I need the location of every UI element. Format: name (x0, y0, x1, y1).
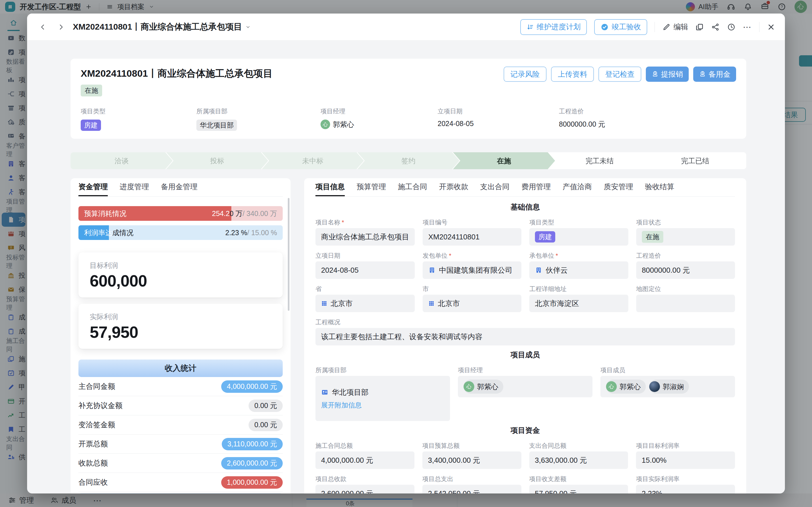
field-project-name[interactable]: 商业综合体施工总承包项目 (315, 228, 415, 245)
left-tabs: 资金管理 进度管理 备用金管理 (78, 178, 283, 196)
income-statistics-button[interactable]: 收入统计 (78, 359, 283, 377)
money-icon (699, 70, 706, 78)
prev-record-button[interactable] (37, 21, 49, 33)
amount-pill: 3,110,000.00 元 (222, 438, 283, 450)
section-funds: 项目资金 (315, 425, 735, 436)
step-negotiation[interactable]: 洽谈 (70, 152, 173, 169)
income-row: 主合同金额4,000,000.00 元 (78, 377, 283, 396)
tab-expense-contract[interactable]: 支出合同 (480, 178, 509, 196)
field-project-manager[interactable]: 心郭紫心 (458, 376, 593, 397)
member-chip: 郭淑娴 (649, 380, 689, 394)
tab-acceptance-settlement[interactable]: 验收结算 (645, 178, 674, 196)
member-photo-avatar (649, 381, 660, 392)
field-balance[interactable]: 57,950.00 元 (529, 485, 628, 494)
step-finished-unsettled[interactable]: 完工未结 (548, 152, 651, 169)
tab-cost-management[interactable]: 费用管理 (522, 178, 551, 196)
project-meta: 项目类型房建 所属项目部华北项目部 项目经理心郭紫心 立项日期2024-08-0… (81, 107, 736, 131)
field-project-code[interactable]: XM2024110801 (423, 228, 522, 245)
share-icon[interactable] (711, 23, 720, 31)
grid-icon (428, 300, 434, 306)
expense-statistics-button-cut[interactable] (78, 493, 283, 494)
tab-project-info[interactable]: 项目信息 (315, 178, 345, 196)
income-row: 合同应收1,000,000.00 元 (78, 473, 283, 492)
chevron-down-icon[interactable] (246, 24, 251, 30)
amount-pill: 2,600,000.00 元 (221, 457, 283, 469)
amount-pill: 0.00 元 (249, 400, 283, 412)
field-map-location[interactable] (636, 295, 735, 312)
actual-profit-value: 57,950 (90, 323, 271, 341)
field-client-unit[interactable]: 中国建筑集团有限公司 (423, 262, 522, 279)
field-actual-profit-rate[interactable]: 2.23% (636, 485, 735, 494)
actual-profit-card: 实际利润 57,950 (78, 304, 283, 349)
department-badge: 华北项目部 (196, 120, 237, 131)
submit-expense-button[interactable]: 提报销 (646, 66, 689, 82)
status-badge: 在施 (81, 84, 102, 97)
copy-icon[interactable] (696, 23, 704, 31)
budget-consumption-bar: 预算消耗情况254.20 万 / 340.00 万 (78, 206, 283, 221)
income-row: 开票总额3,110,000.00 元 (78, 435, 283, 454)
member-avatar: 心 (606, 381, 617, 392)
tab-output-negotiation[interactable]: 产值洽商 (562, 178, 592, 196)
left-panel-scrollbar[interactable] (288, 198, 289, 311)
income-row: 变洽签金额0.00 元 (78, 415, 283, 435)
field-department[interactable]: 华北项目部 展开附加信息 (315, 376, 450, 421)
expand-extra-info-link[interactable]: 展开附加信息 (321, 401, 362, 410)
field-project-status[interactable]: 在施 (636, 228, 735, 245)
maintain-schedule-button[interactable]: 维护进度计划 (520, 19, 587, 35)
field-project-type[interactable]: 房建 (529, 228, 628, 245)
field-contractor-unit[interactable]: 伙伴云 (529, 262, 628, 279)
field-budget-total[interactable]: 3,400,000.00 元 (422, 451, 522, 469)
project-summary-card: XM2024110801丨商业综合体施工总承包项目 在施 记录风险 上传资料 登… (70, 59, 746, 139)
upload-docs-button[interactable]: 上传资料 (551, 66, 594, 82)
funds-panel: 资金管理 进度管理 备用金管理 预算消耗情况254.20 万 / 340.00 … (70, 178, 290, 494)
field-city[interactable]: 北京市 (423, 295, 522, 312)
amount-pill: 1,000,000.00 元 (221, 476, 283, 489)
step-signed[interactable]: 签约 (358, 152, 459, 169)
step-not-won[interactable]: 未中标 (262, 152, 364, 169)
amount-pill: 4,000,000.00 元 (221, 380, 283, 393)
field-target-profit-rate[interactable]: 15.00% (636, 451, 735, 469)
step-in-construction[interactable]: 在施 (453, 152, 555, 169)
target-profit-card: 目标利润 600,000 (78, 252, 283, 297)
reserve-fund-button[interactable]: 备用金 (693, 66, 736, 82)
field-contract-total[interactable]: 4,000,000.00 元 (315, 451, 415, 469)
field-project-members[interactable]: 心郭紫心 郭淑娴 (600, 376, 735, 397)
next-record-button[interactable] (55, 21, 67, 33)
section-basic-info: 基础信息 (315, 202, 735, 212)
step-finished-settled[interactable]: 完工已结 (644, 152, 746, 169)
field-province[interactable]: 北京市 (315, 295, 415, 312)
manager-avatar: 心 (321, 120, 330, 129)
profit-rate-bar: 利润率达成情况2.23 % / 15.00 % (78, 225, 283, 240)
field-address[interactable]: 北京市海淀区 (529, 295, 628, 312)
tab-budget[interactable]: 预算管理 (357, 178, 386, 196)
field-start-date[interactable]: 2024-08-05 (315, 262, 415, 279)
field-project-cost[interactable]: 8000000.00 元 (636, 262, 735, 279)
tab-quality-safety[interactable]: 质安管理 (604, 178, 633, 196)
tab-funds[interactable]: 资金管理 (78, 178, 108, 196)
card-actions: 记录风险 上传资料 登记检查 提报销 备用金 (504, 66, 736, 82)
history-clock-icon[interactable] (727, 23, 736, 31)
tab-reserve[interactable]: 备用金管理 (161, 178, 198, 196)
edit-button[interactable]: 编辑 (662, 22, 688, 32)
project-info-panel: 项目信息 预算管理 施工合同 开票收款 支出合同 费用管理 产值洽商 质安管理 … (304, 178, 746, 494)
member-chip: 心郭紫心 (606, 380, 646, 394)
tab-construction-contract[interactable]: 施工合同 (398, 178, 427, 196)
more-actions-icon[interactable]: ⋯ (743, 22, 752, 32)
project-type-badge: 房建 (81, 120, 101, 131)
field-total-paid[interactable]: 2,542,050.00 元 (422, 485, 522, 494)
step-bidding[interactable]: 投标 (166, 152, 268, 169)
field-expense-contract-total[interactable]: 3,630,000.00 元 (529, 451, 628, 469)
seal-check-icon (600, 23, 609, 31)
tab-progress[interactable]: 进度管理 (120, 178, 149, 196)
close-icon[interactable] (767, 23, 775, 31)
field-total-received[interactable]: 2,600,000.00 元 (315, 485, 415, 494)
completion-acceptance-button[interactable]: 竣工验收 (594, 19, 647, 35)
section-members: 项目成员 (315, 349, 735, 360)
tab-invoicing[interactable]: 开票收款 (439, 178, 468, 196)
field-project-overview[interactable]: 该工程主要包括土建工程、设备安装和调试等内容 (315, 328, 735, 345)
register-inspection-button[interactable]: 登记检查 (598, 66, 641, 82)
record-risk-button[interactable]: 记录风险 (504, 66, 546, 82)
income-row: 收款总额2,600,000.00 元 (78, 454, 283, 473)
building-icon (535, 267, 542, 274)
id-card-icon (321, 389, 328, 396)
